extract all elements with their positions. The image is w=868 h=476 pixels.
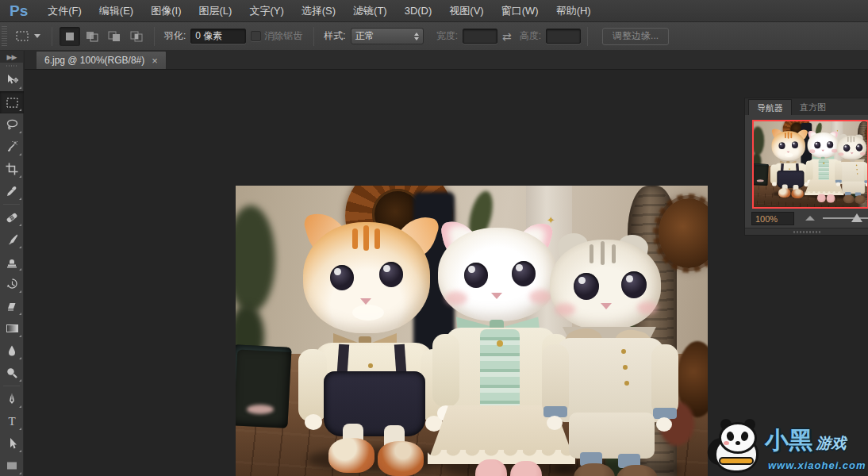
rectangle-shape-tool[interactable] [0,455,24,476]
navigator-resize-grip[interactable] [745,228,868,235]
menu-edit[interactable]: 编辑(E) [90,0,142,22]
cat-arm [806,161,813,180]
menu-type[interactable]: 文字(Y) [240,0,292,22]
options-bar: 羽化: 消除锯齿 样式: 正常 宽度: ⇄ 高度: 调整边缘... [0,22,868,51]
cat-stripe [601,241,605,265]
style-dropdown[interactable]: 正常 [351,28,424,44]
watermark-brand: 小黑 游戏 [765,424,846,457]
cat-button [624,381,629,386]
zoom-out-icon[interactable] [805,216,815,221]
menu-layer[interactable]: 图层(L) [190,0,240,22]
options-bar-grip[interactable] [2,26,7,47]
navigator-zoom-field[interactable]: 100% [751,212,794,225]
panda-blush [724,441,729,445]
tools-collapse-button[interactable]: ▶▶ [0,51,23,63]
history-brush-icon [6,278,19,290]
antialias-checkbox[interactable] [251,31,261,41]
menu-image[interactable]: 图像(I) [142,0,190,22]
dodge-icon [6,367,18,379]
move-tool[interactable] [0,69,24,91]
blur-tool[interactable] [0,340,24,362]
intersect-selection-button[interactable] [126,27,147,46]
document-tab[interactable]: 6.jpg @ 100%(RGB/8#) × [36,51,167,69]
separator [154,27,155,46]
menu-window[interactable]: 窗口(W) [493,0,547,22]
cat-stripe [363,225,369,251]
photo[interactable]: ✦ [754,121,868,209]
cat-blush [445,291,467,305]
crop-tool[interactable] [0,158,24,180]
close-tab-icon[interactable]: × [152,56,158,66]
tab-navigator[interactable]: 导航器 [748,99,792,115]
cat-button [789,168,790,170]
tab-histogram[interactable]: 直方图 [792,99,834,115]
eyedropper-tool[interactable] [0,180,24,202]
gradient-tool[interactable] [0,317,24,340]
tools-panel-grip[interactable] [0,63,23,69]
menu-select[interactable]: 选择(S) [293,0,344,22]
rectangle-shape-icon [6,460,18,471]
brand-main-text: 小黑 [765,427,812,453]
add-selection-button[interactable] [82,27,102,46]
navigator-panel: 导航器 直方图 ✦ [744,98,868,236]
eraser-tool[interactable] [0,295,24,317]
cat-blush [839,152,844,155]
clone-stamp-tool[interactable] [0,251,24,273]
photoshop-logo: Ps [0,2,39,20]
menu-3d[interactable]: 3D(D) [396,0,441,22]
feather-input[interactable] [190,29,246,44]
cat-stripe [612,244,616,263]
cat-nose [821,150,824,152]
slider-thumb[interactable] [851,213,862,222]
subtract-selection-button[interactable] [104,27,125,46]
canvas-pasteboard[interactable]: ✦ [25,70,868,476]
cat-blush [809,149,815,153]
brush-icon [6,233,18,246]
menu-help[interactable]: 帮助(H) [547,0,600,22]
width-input[interactable] [463,29,497,44]
separator [587,27,588,46]
rectangular-marquee-tool[interactable] [0,91,24,113]
navigator-proxy-view[interactable]: ✦ [752,120,868,209]
cat-nose [601,303,612,309]
cat-shoe [778,188,790,198]
navigator-zoom-slider[interactable] [823,213,868,224]
brush-tool[interactable] [0,228,24,251]
crop-icon [6,163,18,175]
cat-shoe [843,195,855,204]
menu-file[interactable]: 文件(F) [39,0,90,22]
cat-blush [860,152,866,155]
new-selection-icon [64,31,75,42]
selection-arrow-icon [7,437,17,450]
photo-fallen-petals [757,179,764,182]
cat-paw [772,182,777,186]
magic-wand-icon [6,140,18,153]
cat-button [857,173,858,175]
photo[interactable]: ✦ [236,186,708,476]
tool-preset-picker[interactable] [10,29,45,44]
cat-stripe [790,132,792,138]
cat-pendant [497,340,503,347]
new-selection-button[interactable] [60,27,80,46]
cat-suit [839,162,867,184]
cat-eye [814,142,820,148]
lasso-icon [6,118,19,131]
cat-pendant [823,163,824,164]
menu-view[interactable]: 视图(V) [440,0,492,22]
path-selection-tool[interactable] [0,432,24,455]
refine-edge-button[interactable]: 调整边缘... [602,28,669,45]
history-brush-tool[interactable] [0,273,24,295]
type-tool[interactable]: T [0,410,24,432]
dodge-tool[interactable] [0,362,24,384]
magic-wand-tool[interactable] [0,136,24,158]
cat-button [368,363,373,368]
menu-filter[interactable]: 滤镜(T) [344,0,396,22]
spot-healing-brush-tool[interactable] [0,206,24,228]
photo-left-crate [754,163,769,186]
height-input[interactable] [546,29,581,44]
chevron-down-icon [34,34,40,38]
tools-panel: ▶▶ [0,51,24,476]
swap-dimensions-icon[interactable]: ⇄ [502,30,512,43]
pen-tool[interactable] [0,388,24,410]
lasso-tool[interactable] [0,113,24,136]
